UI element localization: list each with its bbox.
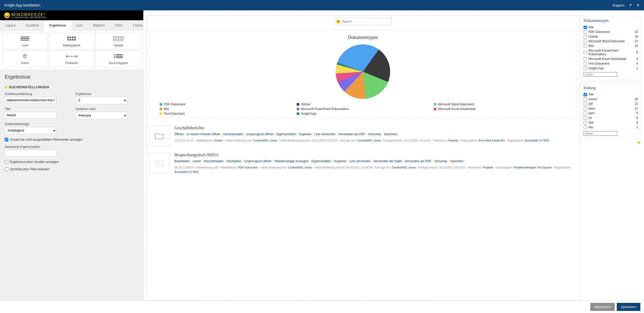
svg-rect-28: [114, 57, 115, 58]
settings-section-title: SUCHEINSTELLUNGEN: [5, 85, 139, 89]
legend-item: Microsoft Excel-Arbeitsblatt: [434, 107, 566, 111]
action-link[interactable]: Bearbeiten: [174, 159, 189, 163]
action-link[interactable]: Sammeln: [384, 132, 397, 136]
tab-filter[interactable]: Filter: [110, 20, 128, 31]
view-vorschlagliste[interactable]: Vorschlagliste: [96, 51, 141, 67]
filter-checkbox[interactable]: [584, 44, 587, 48]
action-link[interactable]: Sammeln: [450, 159, 464, 163]
filter-checkbox[interactable]: [584, 30, 587, 34]
tab-layout[interactable]: Layout: [0, 20, 21, 31]
tab-suchfeld[interactable]: Suchfeld: [21, 20, 44, 31]
action-link[interactable]: Ursprungsort öffnen: [244, 159, 272, 163]
tab-blättern[interactable]: Blättern: [88, 20, 110, 31]
tab-ergebnisse[interactable]: Ergebnisse: [44, 20, 71, 31]
filter-checkbox[interactable]: [584, 126, 587, 129]
filter-checkbox[interactable]: [584, 121, 587, 124]
svg-rect-2: [21, 40, 29, 40]
action-link[interactable]: Link versenden: [349, 159, 370, 163]
filter-row: Bild10: [584, 44, 638, 48]
tabs: LayoutSuchfeldErgebnisseLinkBlätternFilt…: [0, 20, 143, 31]
filter-checkbox[interactable]: [584, 62, 587, 65]
action-link[interactable]: Herunterladen: [223, 132, 243, 136]
filter-checkbox[interactable]: [584, 57, 587, 61]
chk-doktypen-alle[interactable]: [584, 26, 587, 29]
filter-checkbox[interactable]: [584, 112, 587, 115]
action-line: Bearbeiten|Lesen|Herunterladen|Hochladen…: [174, 159, 577, 164]
view-liste[interactable]: Liste: [2, 33, 48, 50]
search-box[interactable]: M: [334, 18, 391, 25]
action-link[interactable]: Hochladen: [226, 159, 241, 163]
logo-brand: MINDBREEZE: [11, 12, 44, 17]
input-titel[interactable]: [5, 112, 57, 119]
folder-icon: [149, 126, 170, 146]
filter-search-endung[interactable]: [584, 131, 617, 136]
footer: Abbrechen Speichern: [0, 301, 644, 313]
close-icon[interactable]: [636, 3, 640, 7]
right-panel: M Dokumenttypen PDF-DokumentOrdnerMicros…: [144, 10, 644, 301]
legend-item: Microsoft PowerPoint-Präsentation: [297, 107, 429, 111]
filter-checkbox[interactable]: [584, 102, 587, 106]
chk-anzahl[interactable]: [5, 138, 8, 141]
filter-title-endung: Endung: [584, 86, 638, 90]
input-gen[interactable]: [5, 150, 57, 156]
label-ergebnisse: Ergebnisse: [76, 92, 139, 96]
view-tabelle[interactable]: Tabelle: [96, 33, 141, 50]
cancel-button[interactable]: Abbrechen: [590, 303, 615, 311]
action-link[interactable]: In neuem Fenster öffnen: [187, 132, 221, 136]
action-link[interactable]: Versenden als PDF: [405, 159, 431, 163]
action-link[interactable]: Kopieren: [334, 159, 347, 163]
filter-checkbox[interactable]: [584, 40, 587, 43]
input-sucheinschr[interactable]: [5, 97, 57, 104]
legend-item: Bild: [160, 107, 292, 111]
action-link[interactable]: Eigenschaften: [311, 159, 331, 163]
action-link[interactable]: Ursprungsort öffnen: [246, 132, 274, 136]
action-link[interactable]: Versenden der Datei: [373, 159, 402, 163]
filter-checkbox[interactable]: [584, 35, 587, 38]
action-link[interactable]: Wiedervorlage erzeugen: [275, 159, 309, 163]
result-title[interactable]: Besprechungstisch 050511: [174, 153, 577, 157]
filter-search-doktypen[interactable]: [584, 72, 617, 77]
chk-symbol[interactable]: [5, 167, 8, 171]
open-external-icon[interactable]: [628, 3, 632, 7]
filter-checkbox[interactable]: [584, 98, 587, 101]
add-filter-icon[interactable]: ✦: [636, 139, 641, 146]
results-list: GeschäftsberichteÖffnen|In neuem Fenster…: [149, 123, 577, 178]
map-icon: [3, 53, 46, 59]
action-link[interactable]: Link versenden: [314, 132, 335, 136]
view-karte[interactable]: Karte: [2, 51, 48, 67]
meta-line: 15.12.21 18:12 · Objektklasse: Ordner · …: [174, 138, 577, 143]
action-link[interactable]: Öffnen: [174, 132, 184, 136]
filter-checkbox[interactable]: [584, 107, 587, 110]
pie-chart: [336, 44, 390, 99]
result-title[interactable]: Geschäftsberichte: [174, 126, 577, 130]
view-zeitleiste[interactable]: Zeitleiste: [49, 51, 94, 67]
filter-row: Insight App1: [584, 66, 638, 71]
table-icon: [97, 36, 140, 42]
select-sortreih[interactable]: Aufsteigend: [5, 127, 57, 134]
filter-endung: Endung Alle cooml26pdf22docx12pptx5txt5x…: [581, 83, 640, 139]
action-link[interactable]: Herunterladen: [204, 159, 223, 163]
chk-scroll[interactable]: [5, 160, 8, 164]
view-bildergalerie[interactable]: Bildergalerie: [49, 33, 94, 50]
save-button[interactable]: Speichern: [617, 303, 640, 311]
action-link[interactable]: Lesen: [192, 159, 201, 163]
legend-item: Insight App: [297, 112, 429, 115]
select-sortnach[interactable]: Relevanz: [76, 112, 127, 119]
search-input[interactable]: [342, 20, 390, 23]
action-link[interactable]: Versenden als PDF: [338, 132, 365, 136]
action-link[interactable]: Eigenschaften: [276, 132, 296, 136]
action-link[interactable]: Vorschau: [434, 159, 447, 163]
tab-link[interactable]: Link: [71, 20, 88, 31]
chk-endung-alle[interactable]: [584, 93, 587, 96]
filter-checkbox[interactable]: [584, 116, 587, 120]
settings-heading: Ergebnisse: [5, 74, 139, 80]
filter-checkbox[interactable]: [584, 51, 587, 54]
select-ergebnisse[interactable]: 5: [76, 97, 127, 104]
left-panel: MINDBREEZE® ILLUMINATING INFORMATION Lay…: [0, 10, 144, 301]
support-link[interactable]: Support: [612, 3, 624, 7]
action-link[interactable]: Vorschau: [368, 132, 381, 136]
action-link[interactable]: Kopieren: [299, 132, 311, 136]
titlebar: Insight App bearbeiten Support: [0, 0, 644, 10]
settings-area: Ergebnisse SUCHEINSTELLUNGEN Sucheinschr…: [0, 69, 143, 301]
filter-checkbox[interactable]: [584, 67, 587, 70]
